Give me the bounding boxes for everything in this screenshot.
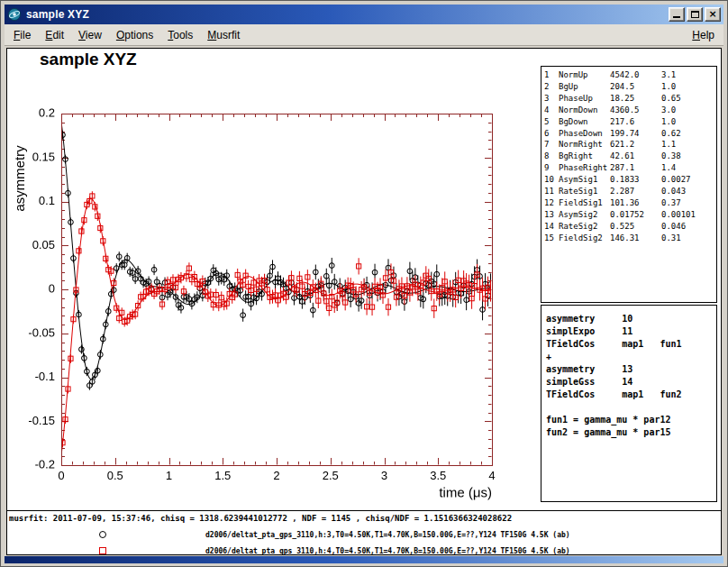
param-number: 8 (544, 151, 559, 162)
param-number: 6 (544, 128, 559, 140)
param-value: 4542.0 (610, 69, 661, 81)
parameter-row: 4NormDown4360.53.0 (544, 105, 716, 116)
menu-bar: File Edit View Options Tools Musrfit Hel… (5, 24, 723, 46)
menu-tools[interactable]: Tools (160, 25, 200, 45)
menu-musrfit[interactable]: Musrfit (200, 25, 247, 45)
param-error: 3.0 (661, 105, 716, 116)
param-name: BgUp (559, 81, 610, 93)
param-value: 204.5 (610, 81, 661, 93)
parameter-row: 2BgUp204.51.0 (544, 81, 716, 93)
param-name: AsymSig1 (559, 174, 610, 186)
theory-line: fun2 = gamma_mu * par15 (546, 426, 716, 439)
minimize-icon (673, 16, 680, 18)
legend-label: d2006/deltat_pta_gps_3110,h:4,T0=4.50K,T… (205, 547, 570, 555)
menu-file[interactable]: File (6, 25, 38, 45)
param-error: 0.37 (661, 197, 716, 209)
param-number: 1 (544, 69, 559, 81)
param-name: PhaseRight (559, 162, 610, 174)
param-name: AsymSig2 (559, 209, 610, 221)
theory-box: asymmetry 10 simplExpo 11 TFieldCos map1… (541, 305, 717, 502)
window-controls: × (669, 7, 721, 22)
param-value: 0.1833 (610, 174, 661, 186)
parameter-row: 9PhaseRight287.11.4 (544, 162, 716, 174)
parameter-row: 6PhaseDown199.740.62 (544, 128, 716, 140)
asymmetry-plot[interactable] (7, 87, 521, 510)
param-number: 13 (544, 209, 559, 221)
param-error: 0.0027 (661, 174, 716, 186)
theory-line: simplExpo 11 (546, 325, 716, 338)
legend-square-marker-icon (99, 547, 106, 554)
param-error: 0.31 (661, 233, 716, 244)
theory-line: fun1 = gamma_mu * par12 (546, 414, 716, 426)
param-number: 11 (544, 186, 559, 197)
parameter-row: 5BgDown217.61.0 (544, 116, 716, 128)
parameter-row: 8BgRight42.610.38 (544, 151, 716, 162)
theory-line: TFieldCos map1 fun2 (546, 389, 716, 401)
theory-line (546, 401, 716, 414)
param-value: 18.25 (610, 93, 661, 105)
param-value: 146.31 (610, 233, 661, 244)
param-error: 0.38 (661, 151, 716, 162)
plot-title: sample XYZ (40, 50, 137, 69)
menu-help[interactable]: Help (685, 25, 722, 45)
param-name: FieldSig2 (559, 233, 610, 244)
menu-view[interactable]: View (71, 25, 109, 45)
param-number: 12 (544, 197, 559, 209)
param-name: NormUp (559, 69, 610, 81)
param-value: 0.525 (610, 221, 661, 233)
param-number: 3 (544, 93, 559, 105)
param-name: FieldSig1 (559, 197, 610, 209)
param-name: BgRight (559, 151, 610, 162)
menu-edit[interactable]: Edit (38, 25, 71, 45)
param-name: PhaseUp (559, 93, 610, 105)
fit-status-line: musrfit: 2011-07-09, 15:37:46, chisq = 1… (9, 514, 512, 523)
parameter-row: 11RateSig12.2870.043 (544, 186, 716, 197)
theory-line: asymmetry 10 (546, 313, 716, 325)
maximize-button[interactable] (687, 7, 703, 22)
param-number: 9 (544, 162, 559, 174)
param-name: RateSig2 (559, 221, 610, 233)
param-value: 621.2 (610, 139, 661, 151)
param-error: 0.046 (661, 221, 716, 233)
menu-options[interactable]: Options (109, 25, 160, 45)
param-name: BgDown (559, 116, 610, 128)
param-value: 4360.5 (610, 105, 661, 116)
param-number: 14 (544, 221, 559, 233)
param-number: 2 (544, 81, 559, 93)
param-name: PhaseDown (559, 128, 610, 140)
param-error: 0.043 (661, 186, 716, 197)
parameter-row: 1NormUp4542.03.1 (544, 69, 716, 81)
canvas-area: sample XYZ 1NormUp4542.03.1 2BgUp204.51.… (6, 48, 722, 555)
legend-row: d2006/deltat_pta_gps_3110,h:4,T0=4.50K,T… (7, 544, 721, 557)
param-error: 0.00101 (661, 209, 716, 221)
parameter-row: 13AsymSig20.017520.00101 (544, 209, 716, 221)
app-window: sample XYZ × File Edit View Options Tool… (0, 0, 728, 567)
param-value: 101.36 (610, 197, 661, 209)
param-number: 4 (544, 105, 559, 116)
theory-line: TFieldCos map1 fun1 (546, 338, 716, 351)
legend-label: d2006/deltat_pta_gps_3110,h:3,T0=4.50K,T… (205, 531, 570, 539)
theory-line: simpleGss 14 (546, 376, 716, 389)
parameter-row: 7NormRight621.21.1 (544, 139, 716, 151)
param-value: 42.61 (610, 151, 661, 162)
footer-divider (7, 510, 721, 511)
param-name: NormRight (559, 139, 610, 151)
maximize-icon (691, 11, 699, 18)
param-value: 217.6 (610, 116, 661, 128)
param-error: 1.1 (661, 139, 716, 151)
window-title: sample XYZ (26, 8, 669, 21)
title-bar: sample XYZ × (5, 5, 723, 24)
close-button[interactable]: × (705, 7, 721, 22)
param-number: 7 (544, 139, 559, 151)
parameter-row: 10AsymSig10.18330.0027 (544, 174, 716, 186)
minimize-button[interactable] (669, 7, 685, 22)
app-icon[interactable] (7, 7, 22, 22)
param-value: 0.01752 (610, 209, 661, 221)
param-name: NormDown (559, 105, 610, 116)
legend-circle-marker-icon (99, 531, 106, 538)
param-error: 1.0 (661, 116, 716, 128)
param-error: 3.1 (661, 69, 716, 81)
legend-row: d2006/deltat_pta_gps_3110,h:3,T0=4.50K,T… (7, 528, 721, 541)
close-icon: × (705, 8, 720, 21)
theory-line: + (546, 351, 716, 363)
